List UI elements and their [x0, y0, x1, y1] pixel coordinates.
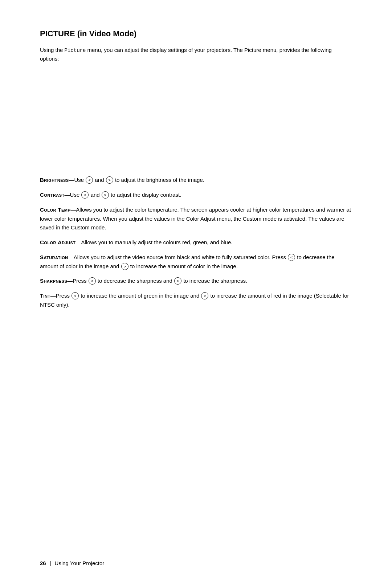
brightness-right-btn: > [106, 176, 113, 184]
color-adjust-label: Color Adjust [40, 239, 76, 245]
settings-list: Brightness—Use < and > to adjust the bri… [40, 176, 352, 309]
saturation-label: Saturation [40, 254, 68, 260]
image-placeholder-spacer [40, 70, 352, 172]
setting-sharpness: Sharpness—Press < to decrease the sharpn… [40, 277, 352, 286]
setting-contrast: Contrast—Use < and > to adjust the displ… [40, 191, 352, 200]
color-temp-mono: Color Adjust [186, 216, 216, 222]
footer-text: Using Your Projector [55, 560, 105, 566]
intro-mono-word: Picture [65, 48, 86, 53]
setting-brightness: Brightness—Use < and > to adjust the bri… [40, 176, 352, 185]
page-container: PICTURE (in Video Mode) Using the Pictur… [0, 0, 392, 588]
contrast-right-btn: > [102, 191, 109, 199]
intro-text-before-mono: Using the [40, 47, 65, 53]
footer-separator: | [50, 560, 51, 566]
page-title: PICTURE (in Video Mode) [40, 29, 352, 38]
setting-tint: Tint—Press < to increase the amount of g… [40, 291, 352, 310]
brightness-label: Brightness [40, 177, 69, 183]
brightness-left-btn: < [86, 176, 93, 184]
page-footer: 26 | Using Your Projector [40, 560, 352, 566]
contrast-left-btn: < [81, 191, 89, 199]
sharpness-right-btn: > [174, 277, 181, 285]
tint-label: Tint [40, 293, 50, 299]
saturation-right-btn: > [121, 263, 128, 270]
footer-page-number: 26 [40, 560, 46, 566]
contrast-label: Contrast [40, 192, 65, 198]
setting-color-adjust: Color Adjust—Allows you to manually adju… [40, 238, 352, 247]
tint-left-btn: < [72, 292, 79, 299]
color-temp-label: Color Temp [40, 207, 70, 213]
intro-paragraph: Using the Picture menu, you can adjust t… [40, 46, 352, 63]
setting-saturation: Saturation—Allows you to adjust the vide… [40, 253, 352, 271]
sharpness-left-btn: < [89, 277, 96, 285]
sharpness-label: Sharpness [40, 278, 67, 284]
setting-color-temp: Color Temp—Allows you to adjust the colo… [40, 205, 352, 232]
saturation-left-btn: < [288, 254, 295, 261]
tint-right-btn: > [201, 292, 208, 299]
